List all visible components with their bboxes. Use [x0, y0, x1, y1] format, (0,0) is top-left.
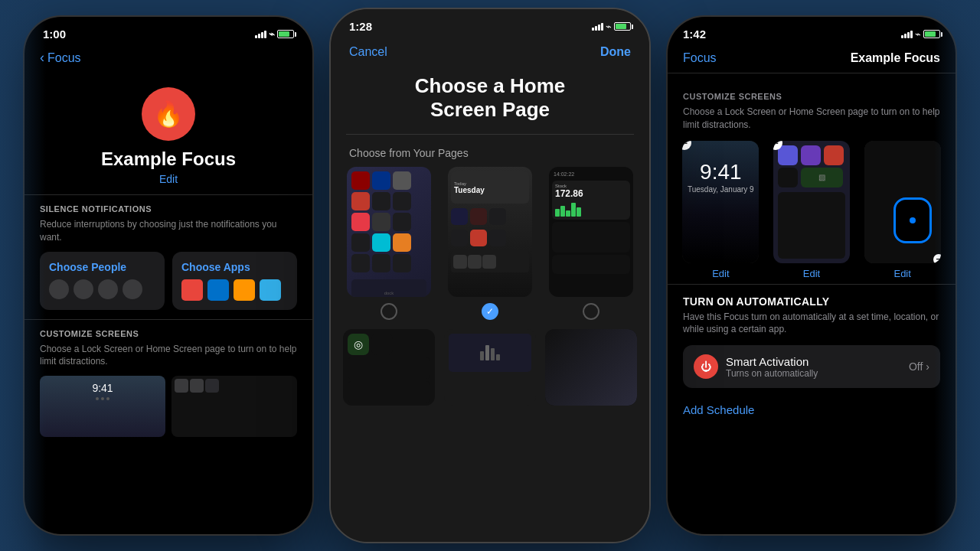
battery-icon [277, 30, 294, 38]
silence-title: SILENCE NOTIFICATIONS [40, 204, 297, 214]
edit-home-link[interactable]: Edit [803, 268, 820, 279]
page-partial-4: ◎ [343, 329, 435, 406]
pages-section-label: Choose from Your Pages [331, 135, 649, 167]
page-apps-1: dock [347, 167, 431, 297]
page-item-2[interactable]: Today Tuesday [444, 167, 536, 320]
focus-name: Example Focus [101, 148, 236, 170]
app-icon [351, 233, 370, 252]
choose-apps-label: Choose Apps [181, 261, 288, 273]
lock-screen-bg: 9:41 Tuesday, January 9 [682, 141, 759, 263]
chevron-right-icon: › [926, 360, 929, 373]
center-status-bar: 1:28 ⌁ [331, 9, 649, 33]
app-icon [351, 213, 370, 231]
radio-page-3[interactable] [583, 303, 599, 320]
app-row-wide [348, 357, 430, 379]
page-item-3[interactable]: 14:02:22 Stock 172.86 [545, 167, 637, 320]
avatar-4 [122, 279, 142, 299]
remove-badge-3[interactable]: − [933, 254, 941, 263]
app-row-1 [778, 145, 845, 165]
page-thumb-1: dock [347, 167, 431, 297]
app-icon [393, 233, 411, 252]
done-button[interactable]: Done [600, 45, 631, 59]
center-status-icons: ⌁ [592, 21, 631, 32]
app-3 [824, 145, 844, 165]
center-battery-icon [614, 22, 631, 31]
widget-date: Tuesday [454, 186, 526, 194]
edit-watch-link[interactable]: Edit [893, 268, 910, 279]
right-battery-icon [923, 30, 940, 38]
page-item-1[interactable]: dock [343, 167, 435, 320]
right-customize-desc: Choose a Lock Screen or Home Screen page… [668, 106, 956, 141]
radio-page-1[interactable] [381, 303, 397, 320]
right-signal-icon [901, 31, 913, 38]
mini-chart [480, 345, 500, 360]
dark-widget [552, 222, 630, 253]
back-link[interactable]: ‹ Focus [40, 50, 297, 66]
watch-dot [910, 217, 916, 223]
right-customize-title: CUSTOMIZE SCREENS [668, 81, 956, 106]
people-apps-row: Choose People Choose Apps [40, 252, 297, 310]
focus-edit-link[interactable]: Edit [159, 173, 178, 185]
smart-activation-label: Smart Activation [726, 355, 901, 368]
page-partial-5 [444, 329, 536, 406]
silence-desc: Reduce interruptions by choosing just th… [40, 218, 297, 244]
dock-app-2 [468, 255, 482, 269]
app-icon [470, 230, 487, 246]
turn-on-title: TURN ON AUTOMATICALLY [683, 295, 940, 308]
thumb-time: 9:41 [92, 382, 113, 394]
page-thumb-3: 14:02:22 Stock 172.86 [549, 167, 633, 297]
app-4 [778, 168, 798, 187]
avatar-3 [98, 279, 118, 299]
left-status-bar: 1:00 ⌁ [24, 17, 312, 45]
app-icon-circle: ◎ [348, 334, 369, 355]
edit-lock-link[interactable]: Edit [712, 268, 729, 279]
app-1 [778, 145, 798, 165]
app-icon-dark [371, 334, 393, 355]
left-phone: 1:00 ⌁ ‹ Foc [23, 15, 314, 536]
back-nav[interactable]: ‹ Focus [24, 45, 312, 72]
screens-row: − 9:41 Tuesday, January 9 Edit − [668, 141, 956, 279]
center-wifi-icon: ⌁ [606, 21, 612, 32]
right-phone: 1:42 ⌁ Focus Example Focu [666, 15, 957, 536]
app-placeholder-4 [260, 279, 281, 301]
lock-time: 9:41 [682, 160, 759, 184]
checkmark-icon: ✓ [486, 306, 494, 317]
left-phone-screen: 1:00 ⌁ ‹ Foc [24, 17, 312, 534]
avatar-2 [74, 279, 93, 299]
choose-page-title: Choose a Home Screen Page [331, 67, 649, 134]
cancel-button[interactable]: Cancel [349, 45, 387, 59]
focus-icon-container: 🔥 Example Focus Edit [24, 72, 312, 194]
center-nav: Cancel Done [331, 33, 649, 67]
app-icon [351, 192, 370, 210]
pages-grid: dock Today Tuesday [331, 167, 649, 320]
app-icon [372, 192, 390, 210]
add-schedule-link[interactable]: Add Schedule [668, 394, 956, 425]
choose-apps-btn[interactable]: Choose Apps [172, 252, 297, 310]
choose-people-btn[interactable]: Choose People [40, 252, 165, 310]
smart-activation-icon: ⏻ [694, 354, 718, 379]
dock-row [451, 251, 529, 272]
right-nav-title: Example Focus [851, 51, 940, 65]
customize-desc: Choose a Lock Screen or Home Screen page… [40, 343, 297, 369]
radio-page-2-selected[interactable]: ✓ [482, 303, 498, 320]
right-status-bar: 1:42 ⌁ [668, 17, 956, 41]
home-screen-bg: ▧ [773, 141, 850, 263]
dock-app-1 [453, 255, 467, 269]
partial-content-6 [545, 329, 637, 406]
right-nav: Focus Example Focus [668, 41, 956, 73]
app-icon [393, 192, 411, 210]
smart-off-label: Off [909, 360, 923, 373]
lock-date: Tuesday, January 9 [682, 185, 759, 194]
right-status-icons: ⌁ [901, 28, 940, 40]
add-schedule-container[interactable]: Add Schedule [668, 394, 956, 425]
app-placeholder-2 [207, 279, 229, 301]
right-back-link[interactable]: Focus [683, 51, 717, 65]
smart-activation-row[interactable]: ⏻ Smart Activation Turns on automaticall… [683, 345, 940, 388]
wide-app: ▧ [801, 168, 843, 187]
page-apps-2 [448, 206, 532, 275]
app-icon [489, 208, 506, 225]
page-partial-6 [545, 329, 637, 406]
app-icon [393, 213, 411, 231]
center-time: 1:28 [349, 20, 372, 33]
customize-title: CUSTOMIZE SCREENS [40, 329, 297, 338]
